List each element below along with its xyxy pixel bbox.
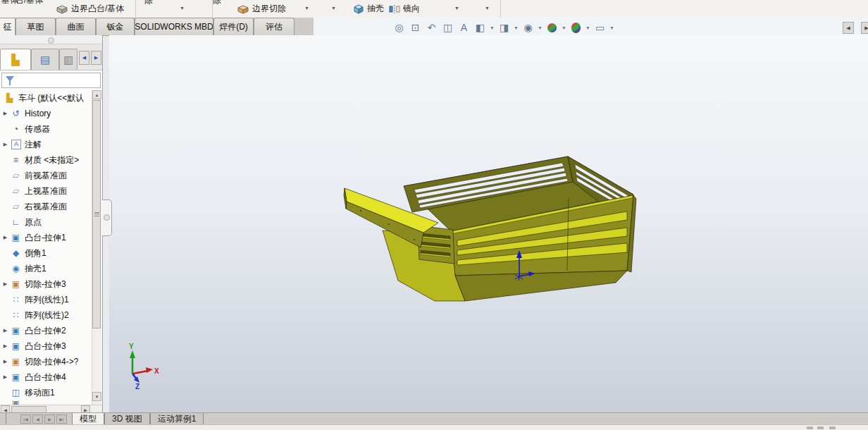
view-settings-icon[interactable]: ▭ — [593, 21, 607, 34]
dropdown-caret-icon[interactable]: ▼ — [561, 25, 567, 30]
tree-item[interactable]: ▱上视基准面 — [0, 183, 92, 199]
dropdown-caret-icon[interactable]: ▼ — [331, 6, 336, 11]
feature-tree: ▙车斗 (默认<<默认▶↺History◔传感器▶A注解≡材质 <未指定>▱前视… — [0, 90, 102, 405]
tree-item[interactable]: ▶▣凸台-拉伸2 — [0, 323, 92, 338]
boundary-cut-button[interactable]: 边界切除 — [235, 1, 288, 16]
zoom-to-fit-icon[interactable]: ◎ — [392, 21, 407, 34]
tree-item[interactable]: ▱前视基准面 — [0, 168, 92, 183]
tree-item[interactable]: ▶▣凸台-拉伸3 — [0, 338, 92, 354]
doc-tab-last-button[interactable]: ▶| — [56, 414, 67, 424]
doc-tab-model[interactable]: 模型 — [72, 413, 104, 425]
tree-vertical-scrollbar[interactable]: ▲ ▼ — [92, 90, 101, 405]
previous-view-icon[interactable]: ↶ — [424, 21, 439, 34]
feature-filter-box[interactable] — [1, 73, 101, 88]
graphics-viewport[interactable]: Y X Z — [109, 35, 868, 424]
doc-tab-motion-study[interactable]: 运动算例1 — [150, 413, 204, 425]
dropdown-caret-icon[interactable]: ▼ — [304, 6, 309, 11]
scroll-down-button[interactable]: ▼ — [92, 392, 101, 401]
dropdown-caret-icon[interactable]: ▼ — [454, 6, 459, 11]
tree-root-item[interactable]: ▙车斗 (默认<<默认 — [0, 90, 92, 106]
mirror-button[interactable]: 镜向 — [387, 1, 422, 16]
tree-item[interactable]: ▶▣切除-拉伸4->? — [0, 354, 92, 369]
boundary-boss-button[interactable]: 边界凸台/基体 — [54, 1, 126, 16]
display-style-icon[interactable]: ◨ — [497, 21, 512, 34]
tab-曲面[interactable]: 曲面 — [56, 18, 96, 35]
dropdown-caret-icon[interactable]: ▼ — [537, 25, 543, 30]
tree-item-label: 凸台-拉伸2 — [25, 325, 66, 337]
view-orientation-icon[interactable]: ◧ — [473, 21, 488, 34]
tree-item[interactable]: ◫移动面1 — [0, 385, 92, 400]
expand-arrow-icon[interactable]: ▶ — [0, 359, 11, 364]
panel-tabs-scroll-left[interactable]: ◀ — [79, 51, 89, 65]
grip-dot-icon — [48, 37, 54, 44]
plane-icon: ▱ — [11, 171, 21, 181]
tree-item-label: 材质 <未指定> — [25, 154, 79, 166]
propertymanager-tab[interactable]: ▤ — [31, 49, 59, 70]
expand-arrow-icon[interactable]: ▶ — [0, 343, 11, 349]
dropdown-caret-icon[interactable]: ▼ — [609, 25, 615, 30]
tab-草图[interactable]: 草图 — [16, 18, 56, 35]
section-view-icon[interactable]: ◫ — [440, 21, 455, 34]
dropdown-caret-icon[interactable]: ▼ — [485, 6, 490, 11]
zoom-to-area-icon[interactable]: ⊡ — [408, 21, 423, 34]
status-fragment-icon — [807, 426, 813, 429]
document-tab-bar: |◀◀▶▶|模型3D 视图运动算例1 — [0, 412, 868, 425]
tab-评估[interactable]: 评估 — [254, 18, 294, 35]
edit-appearance-icon[interactable] — [545, 21, 559, 34]
pane-right-button[interactable]: ▶ — [861, 22, 868, 34]
dropdown-caret-icon[interactable]: ▼ — [489, 25, 495, 30]
model-canvas[interactable]: Y X Z — [109, 35, 868, 424]
tree-item[interactable]: ▶▣切除-拉伸3 — [0, 276, 92, 292]
tree-item[interactable]: ∷阵列(线性)1 — [0, 292, 92, 307]
tree-item[interactable]: ▶▣凸台-拉伸4 — [0, 369, 92, 385]
tree-item[interactable]: ◆倒角1 — [0, 245, 92, 261]
scroll-up-button[interactable]: ▲ — [92, 90, 101, 99]
tree-item[interactable]: ◔传感器 — [0, 121, 92, 137]
tab-bar-edge — [0, 413, 6, 425]
tree-item[interactable]: ▶A注解 — [0, 137, 92, 152]
hide-show-items-icon[interactable]: ◉ — [521, 21, 535, 34]
doc-tab-3d-views[interactable]: 3D 视图 — [104, 413, 150, 425]
displaymanager-tab[interactable]: ▥ — [59, 49, 78, 70]
tree-item[interactable]: ∟原点 — [0, 214, 92, 230]
ribbon-separator — [212, 0, 213, 18]
truck-bed-model[interactable] — [344, 156, 636, 301]
expand-arrow-icon[interactable]: ▶ — [0, 235, 11, 240]
panel-tabs-scroll-right[interactable]: ▶ — [91, 51, 101, 65]
ribbon-button-label: 抽壳 — [367, 3, 384, 15]
expand-arrow-icon[interactable]: ▶ — [0, 142, 11, 147]
filter-funnel-icon[interactable] — [5, 75, 15, 85]
doc-tab-first-button[interactable]: |◀ — [20, 414, 31, 424]
apply-scene-icon[interactable] — [569, 21, 583, 34]
scrollbar-thumb[interactable] — [92, 100, 101, 328]
pane-left-button[interactable]: ◀ — [843, 22, 854, 34]
tab-features-partial[interactable]: 征 — [0, 18, 16, 35]
dropdown-caret-icon[interactable]: ▼ — [513, 25, 519, 30]
expand-arrow-icon[interactable]: ▶ — [0, 328, 11, 333]
tree-item[interactable]: ◉抽壳1 — [0, 261, 92, 276]
tree-item[interactable]: ▶↺History — [0, 106, 92, 121]
displaymanager-icon: ▥ — [63, 54, 73, 66]
tree-item[interactable]: ∷阵列(线性)2 — [0, 307, 92, 323]
dropdown-caret-icon[interactable]: ▼ — [180, 6, 185, 11]
tree-item[interactable]: ≡材质 <未指定> — [0, 152, 92, 168]
panel-splitter-handle[interactable] — [102, 199, 112, 236]
propertymanager-icon: ▤ — [40, 54, 50, 66]
tree-item[interactable]: ▱右视基准面 — [0, 199, 92, 214]
tab-钣金[interactable]: 钣金 — [96, 18, 135, 35]
shell-button[interactable]: 抽壳 — [351, 1, 386, 16]
expand-arrow-icon[interactable]: ▶ — [0, 111, 11, 116]
tree-item[interactable]: ▶▣凸台-拉伸1 — [0, 230, 92, 245]
expand-arrow-icon[interactable]: ▶ — [0, 281, 11, 287]
expand-arrow-icon[interactable]: ▶ — [0, 374, 11, 380]
featuremanager-tab[interactable]: ▙ — [0, 49, 31, 70]
panel-top-grip[interactable] — [0, 35, 102, 44]
doc-tab-next-button[interactable]: ▶ — [44, 414, 55, 424]
dropdown-caret-icon[interactable]: ▼ — [585, 25, 591, 30]
cut-extrude-icon: ▣ — [11, 357, 21, 367]
model-hull-taper[interactable] — [455, 271, 627, 301]
doc-tab-prev-button[interactable]: ◀ — [32, 414, 43, 424]
tab-焊件(D)[interactable]: 焊件(D) — [213, 18, 254, 35]
tab-SOLIDWORKS MBD[interactable]: SOLIDWORKS MBD — [135, 18, 213, 35]
hide-show-annotations-icon[interactable]: A — [457, 21, 471, 34]
